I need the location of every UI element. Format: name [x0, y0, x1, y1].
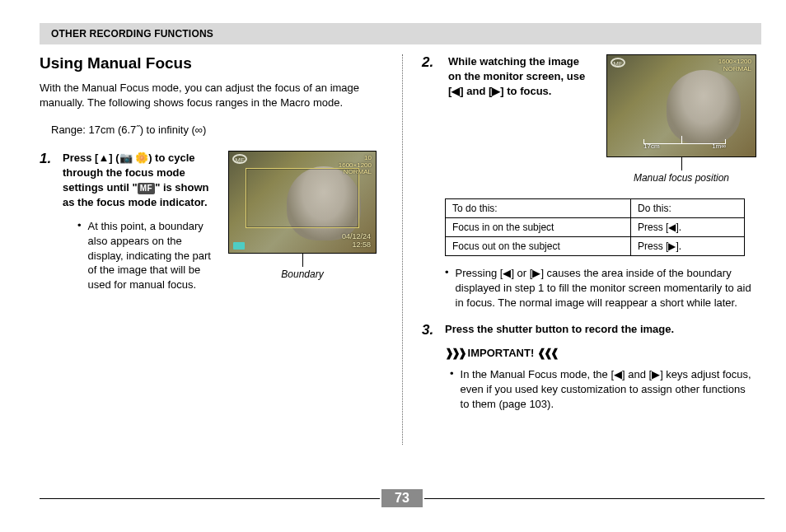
right-column: 2. While watching the image on the monit…: [422, 54, 756, 412]
step-1-text: Press [▲] (📷 🌼) to cycle through the foc…: [63, 151, 215, 211]
focus-actions-table: To do this: Do this: Focus in on the sub…: [445, 198, 745, 256]
important-note: • In the Manual Focus mode, the [◀] and …: [450, 367, 756, 412]
page-footer: 73: [40, 489, 765, 507]
footer-line: [424, 498, 765, 499]
section-header: OTHER RECORDING FUNCTIONS: [40, 23, 761, 44]
chevron-right-icon: ❱❱❱: [445, 347, 465, 359]
mode-icons: 📷 🌼: [119, 152, 149, 164]
step-number: 3.: [422, 322, 437, 338]
step-3: 3. Press the shutter button to record th…: [422, 322, 756, 338]
mf-icon-osd: MF: [232, 154, 247, 164]
mf-icon-osd: MF: [611, 58, 625, 68]
intro-text: With the Manual Focus mode, you can adju…: [40, 81, 386, 110]
table-header: Do this:: [631, 199, 745, 218]
step-number: 1.: [40, 151, 54, 292]
focus-boundary-box: [246, 168, 359, 228]
osd-top-right: 1600×1200 NORMAL: [718, 58, 751, 73]
figure-1-caption: Boundary: [228, 268, 377, 280]
right-arrow-icon: ▶: [492, 85, 500, 97]
osd-datetime: 04/12/24 12:58: [342, 233, 371, 250]
right-arrow-icon: ▶: [532, 267, 540, 279]
page-number: 73: [381, 489, 423, 507]
up-arrow-icon: ▲: [98, 152, 109, 164]
table-row: To do this: Do this:: [446, 199, 745, 218]
cat-subject: [667, 70, 741, 144]
left-column: Using Manual Focus With the Manual Focus…: [40, 54, 386, 412]
callout-line: [302, 254, 303, 267]
footer-line: [40, 498, 380, 499]
right-arrow-icon: ▶: [652, 368, 660, 380]
table-row: Focus in on the subject Press [◀].: [446, 218, 745, 237]
figure-2-caption: Manual focus position: [606, 172, 756, 184]
focus-note: • Pressing [◀] or [▶] causes the area in…: [445, 266, 756, 310]
table-row: Focus out on the subject Press [▶].: [446, 237, 745, 256]
bullet-icon: •: [445, 266, 449, 310]
page-title: Using Manual Focus: [40, 54, 386, 72]
focus-range: Range: 17cm (6.7˝) to infinity (∞): [51, 124, 386, 136]
table-cell: Press [◀].: [631, 218, 745, 237]
chevron-left-icon: ❰❰❰: [537, 347, 557, 359]
step-1: 1. Press [▲] (📷 🌼) to cycle through the …: [40, 151, 386, 292]
left-arrow-icon: ◀: [614, 368, 622, 380]
table-cell: Focus in on the subject: [446, 218, 631, 237]
column-divider: [402, 54, 403, 445]
left-arrow-icon: ◀: [503, 267, 511, 279]
step-2: 2. While watching the image on the monit…: [422, 54, 756, 184]
camera-screen-focus-scale: MF 1600×1200 NORMAL 17cm 1m∞: [606, 54, 756, 157]
table-header: To do this:: [446, 199, 631, 218]
step-3-text: Press the shutter button to record the i…: [445, 322, 756, 337]
content-columns: Using Manual Focus With the Manual Focus…: [40, 54, 765, 412]
important-heading: ❱❱❱ IMPORTANT! ❰❰❰: [445, 347, 756, 359]
mf-indicator-chip: MF: [138, 183, 155, 194]
step-2-text: While watching the image on the monitor …: [448, 54, 595, 100]
bullet-icon: •: [77, 219, 82, 293]
bullet-icon: •: [450, 367, 454, 412]
step-1-bullet: • At this point, a boundary also appears…: [77, 219, 215, 293]
camera-screen-boundary: MF 10 1600×1200 NORMAL 04/12/24 12:58: [228, 151, 377, 254]
step-number: 2.: [422, 54, 437, 184]
focus-scale-bar: [643, 139, 726, 144]
battery-icon: [233, 242, 245, 250]
focus-position-tick: [681, 136, 682, 144]
osd-top-right: 10 1600×1200 NORMAL: [339, 155, 372, 176]
figure-1: MF 10 1600×1200 NORMAL 04/12/24 12:58: [228, 151, 377, 292]
figure-2: MF 1600×1200 NORMAL 17cm 1m∞ Manual focu…: [606, 54, 756, 184]
left-arrow-icon: ◀: [451, 85, 460, 97]
callout-line: [681, 157, 682, 170]
table-cell: Focus out on the subject: [446, 237, 631, 256]
table-cell: Press [▶].: [631, 237, 745, 256]
